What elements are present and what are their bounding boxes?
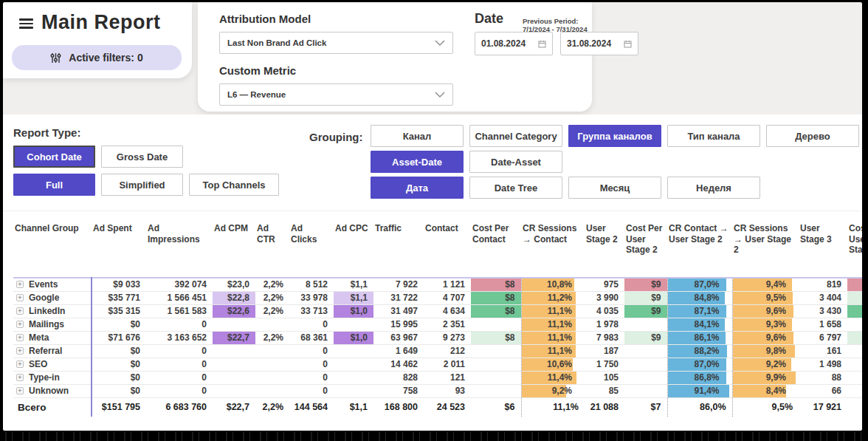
cell-value: 11,1% — [548, 346, 572, 356]
active-filters-button[interactable]: Active filters: 0 — [12, 45, 182, 70]
column-header-traffic[interactable]: Traffic — [373, 211, 424, 278]
table-cell-user_stage_2: 4 035 — [585, 304, 624, 318]
table-row[interactable]: +Type-in$00082812111,4%10586,8%9,9%88 — [13, 371, 862, 384]
date-start-value: 01.08.2024 — [481, 38, 526, 49]
report-type-button-gross-date[interactable]: Gross Date — [101, 146, 183, 168]
table-cell-cr_sessions_contact: 10,6% — [521, 358, 585, 371]
column-header-ad_spent[interactable]: Ad Spent — [92, 211, 146, 278]
grouping-button-дата[interactable]: Дата — [371, 177, 464, 199]
column-header-contact[interactable]: Contact — [424, 211, 471, 278]
cell-value: 0 — [202, 346, 207, 356]
grouping-button-тип-канала[interactable]: Тип канала — [667, 125, 760, 147]
expand-row-icon[interactable]: + — [16, 360, 24, 368]
expand-row-icon[interactable]: + — [16, 374, 24, 381]
calendar-icon[interactable] — [624, 40, 632, 48]
column-header-user_stage_3[interactable]: User Stage 3 — [799, 211, 847, 278]
cell-value: $1,1 — [350, 402, 368, 412]
table-cell-user_stage_2: 105 — [585, 371, 624, 384]
expand-row-icon[interactable]: + — [16, 321, 24, 328]
cell-value: $0 — [131, 346, 140, 356]
table-cell-cost_per_contact: $8 — [471, 278, 521, 291]
date-end-value: 31.08.2024 — [567, 38, 611, 49]
table-row[interactable]: +Events$9 033392 074$23,02,2%8 512$1,17 … — [13, 278, 862, 291]
expand-row-icon[interactable]: + — [16, 294, 24, 301]
table-cell-contact: 4 707 — [424, 291, 471, 304]
menu-icon[interactable] — [19, 18, 33, 29]
report-type-button-simplified[interactable]: Simplified — [101, 174, 183, 196]
table-cell-contact: 9 273 — [424, 331, 471, 344]
table-row[interactable]: +Mailings$00015 9952 35111,1%1 97884,1%9… — [13, 318, 862, 331]
grouping-button-канал[interactable]: Канал — [371, 125, 464, 147]
expand-row-icon[interactable]: + — [16, 347, 24, 355]
grouping-button-date-asset[interactable]: Date-Asset — [469, 151, 562, 173]
grouping-button-группа-каналов[interactable]: Группа каналов — [568, 125, 661, 147]
table-cell-cr_contact_user_stage_2: 86,1% — [667, 331, 732, 344]
grouping-button-неделя[interactable]: Неделя — [667, 177, 760, 199]
table-row[interactable]: +Google$35 7711 566 451$22,82,2%33 978$1… — [13, 291, 862, 304]
cell-value: $9 033 — [113, 279, 140, 290]
table-cell-traffic: 63 967 — [373, 331, 424, 344]
cell-value: 3 404 — [819, 293, 841, 303]
table-cell-cost_per_user_stage_2: $7 — [624, 397, 667, 417]
grouping-button-channel-category[interactable]: Channel Category — [469, 125, 562, 147]
table-cell-cost_per_user_stage_3 — [847, 371, 862, 384]
table-cell-traffic: 31 497 — [373, 304, 424, 318]
report-type-button-full[interactable]: Full — [13, 174, 95, 196]
column-header-ad_ctr[interactable]: Ad CTR — [255, 211, 289, 278]
column-header-cr_sessions_contact[interactable]: CR Sessions → Contact — [521, 211, 585, 278]
cell-value: 11,2% — [548, 293, 572, 303]
report-type-button-top-channels[interactable]: Top Channels — [189, 174, 279, 196]
cell-value: 161 — [827, 346, 841, 356]
expand-row-icon[interactable]: + — [16, 334, 24, 341]
table-row[interactable]: +Referral$0001 64921211,1%18788,2%9,8%16… — [13, 344, 862, 358]
table-cell-user_stage_3: 88 — [799, 371, 847, 384]
column-header-ad_clicks[interactable]: Ad Clicks — [289, 211, 334, 278]
cell-value: 4 707 — [443, 293, 465, 303]
cell-value: $8 — [505, 293, 514, 303]
column-header-ad_impressions[interactable]: Ad Impressions — [146, 211, 213, 278]
column-header-ad_cpm[interactable]: Ad CPM — [213, 211, 255, 278]
column-header-cost_per_user_stage_3[interactable]: Cost Per User Stage 3 — [847, 211, 862, 278]
calendar-icon[interactable] — [538, 40, 546, 48]
grouping-button-date-tree[interactable]: Date Tree — [469, 177, 562, 199]
table-cell-user_stage_2: 187 — [585, 344, 624, 358]
date-end-input[interactable]: 31.08.2024 — [560, 32, 638, 55]
column-header-channel_group[interactable]: Channel Group — [13, 211, 92, 278]
table-cell-cr_sessions_contact: 9,2% — [521, 384, 585, 397]
cell-value: $8 — [505, 279, 514, 290]
column-header-cost_per_user_stage_2[interactable]: Cost Per User Stage 2 — [624, 211, 667, 278]
expand-row-icon[interactable]: + — [16, 281, 24, 288]
column-header-cost_per_contact[interactable]: Cost Per Contact — [471, 211, 521, 278]
table-cell-ad_cpm — [213, 318, 255, 331]
table-cell-ad_ctr — [255, 384, 289, 397]
channel-group-cell: +Type-in — [13, 371, 92, 384]
channel-group-cell: +Mailings — [13, 318, 92, 331]
channel-group-name: Unknown — [29, 386, 69, 396]
table-row[interactable]: +Unknown$000758939,2%8591,4%8,4%66 — [13, 384, 862, 397]
expand-row-icon[interactable]: + — [16, 387, 24, 394]
cell-value: 11,1% — [548, 319, 572, 329]
cell-value: 0 — [323, 372, 328, 383]
grouping-button-месяц[interactable]: Месяц — [568, 177, 661, 199]
grouping-button-дерево[interactable]: Дерево — [766, 125, 859, 147]
channel-group-cell: +Unknown — [13, 384, 92, 397]
column-header-ad_cpc[interactable]: Ad CPC — [334, 211, 373, 278]
report-type-button-cohort-date[interactable]: Cohort Date — [13, 146, 95, 168]
grouping-button-asset-date[interactable]: Asset-Date — [371, 151, 464, 173]
table-cell-contact: 93 — [424, 384, 471, 397]
cell-value: 31 722 — [390, 293, 418, 303]
table-row[interactable]: +SEO$00014 4622 01110,6%1 75087,0%9,2%1 … — [13, 358, 862, 371]
attribution-model-select[interactable]: Last Non Brand Ad Click — [219, 32, 453, 54]
column-header-cr_sessions_user_stage_2[interactable]: CR Sessions → User Stage 2 — [732, 211, 799, 278]
cell-value: 2 351 — [443, 319, 465, 329]
date-start-input[interactable]: 01.08.2024 — [475, 32, 553, 55]
cell-value: 33 978 — [300, 293, 328, 303]
table-cell-traffic: 168 800 — [373, 397, 424, 417]
table-cell-ad_clicks: 33 978 — [289, 291, 334, 304]
custom-metric-select[interactable]: L6 — Revenue — [219, 83, 453, 106]
column-header-cr_contact_user_stage_2[interactable]: CR Contact → User Stage 2 — [667, 211, 732, 278]
table-row[interactable]: +LinkedIn$35 3151 561 583$22,62,2%33 713… — [13, 304, 862, 318]
table-row[interactable]: +Meta$71 6763 163 652$22,72,2%68 361$1,0… — [13, 331, 862, 344]
expand-row-icon[interactable]: + — [16, 307, 24, 315]
column-header-user_stage_2[interactable]: User Stage 2 — [585, 211, 624, 278]
